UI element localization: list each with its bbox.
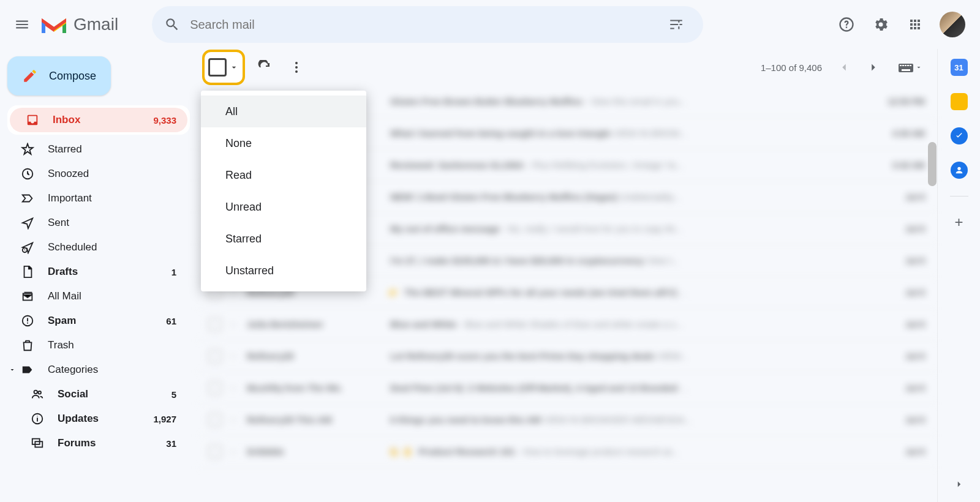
row-checkbox[interactable] (208, 350, 222, 363)
subject: NEW! 1-Bowl Gluten Free Blueberry Muffin… (388, 192, 870, 202)
gmail-logo[interactable]: Gmail (39, 12, 118, 37)
dropdown-item-starred[interactable]: Starred (201, 223, 366, 255)
svg-rect-15 (905, 65, 907, 66)
chevron-down-icon (9, 366, 16, 373)
sidebar-item-allmail[interactable]: All Mail (5, 284, 187, 309)
subject: Gluten Free Brown Butter Blueberry Muffi… (388, 96, 870, 107)
svg-point-5 (38, 391, 41, 394)
date: Jul 9 (870, 351, 925, 361)
support-button[interactable] (832, 10, 861, 39)
subject: What I learned from being caught in a lo… (388, 128, 870, 138)
dropdown-item-unread[interactable]: Unread (201, 191, 366, 223)
svg-rect-18 (902, 69, 910, 71)
subject: Reviewed: Sanlorenzo SL106A - Plus Refit… (388, 160, 870, 170)
sidebar-item-starred[interactable]: Starred (5, 137, 187, 162)
sidebar-item-scheduled[interactable]: Scheduled (5, 235, 187, 260)
input-tools-button[interactable] (898, 61, 922, 73)
search-bar[interactable] (152, 6, 703, 43)
email-row[interactable]: ☆ Dribbble 👋 🤚 Product Research 101 - Ho… (196, 436, 937, 468)
sidebar-item-social[interactable]: Social 5 (5, 382, 187, 406)
dropdown-item-none[interactable]: None (201, 127, 366, 159)
compose-button[interactable]: Compose (7, 56, 111, 96)
row-checkbox[interactable] (208, 381, 222, 395)
row-checkbox[interactable] (208, 445, 222, 459)
sidebar-item-forums[interactable]: Forums 31 (5, 431, 187, 455)
contacts-addon[interactable] (951, 162, 968, 179)
date: Jul 9 (870, 224, 925, 234)
important-icon (21, 192, 36, 205)
svg-point-9 (295, 62, 298, 64)
pagination-info: 1–100 of 9,406 (761, 62, 822, 73)
main-menu-button[interactable] (7, 10, 37, 39)
subject: I'm 27, I make $105,000 & I have $20,000… (388, 255, 870, 266)
subject: 👉 The BEST Mineral SPFs for all your nee… (388, 287, 870, 298)
select-all-dropdown[interactable] (202, 50, 245, 85)
date: Jul 9 (870, 320, 925, 329)
allmail-icon (21, 290, 36, 303)
settings-button[interactable] (866, 10, 895, 39)
dropdown-item-all[interactable]: All (201, 96, 366, 127)
email-row[interactable]: ☆ Julia Bertzheimer Blue and White - Blu… (196, 309, 937, 340)
sidebar-item-trash[interactable]: Trash (5, 333, 187, 358)
account-avatar[interactable] (940, 12, 965, 37)
forums-icon (31, 436, 45, 450)
row-checkbox[interactable] (208, 318, 222, 331)
compose-label: Compose (49, 70, 96, 83)
date: Jul 9 (870, 415, 925, 425)
newer-button[interactable] (832, 55, 856, 80)
trash-icon (21, 339, 36, 352)
star-icon (21, 143, 36, 156)
star-icon[interactable]: ☆ (229, 446, 237, 457)
calendar-addon[interactable]: 31 (951, 59, 968, 76)
svg-point-4 (34, 391, 38, 394)
search-input[interactable] (190, 18, 662, 32)
email-row[interactable]: ☆ Refinery29 Let Refinery29 score you th… (196, 340, 937, 372)
older-button[interactable] (861, 55, 886, 80)
row-checkbox[interactable] (208, 413, 222, 427)
date: Jul 9 (870, 288, 925, 298)
sender: Dribbble (247, 446, 388, 457)
sidebar-item-categories[interactable]: Categories (5, 358, 187, 382)
tasks-addon[interactable] (951, 127, 968, 144)
star-icon[interactable]: ☆ (229, 319, 237, 330)
subject: My out of office message - No, really, I… (388, 223, 870, 234)
subject: Blue and White - Blue and White Shades o… (388, 319, 870, 329)
info-icon (31, 412, 45, 425)
apps-button[interactable] (900, 10, 930, 39)
subject: 👋 🤚 Product Research 101 - How to levera… (388, 446, 870, 457)
divider (950, 196, 968, 197)
pencil-icon (22, 68, 38, 84)
dropdown-item-read[interactable]: Read (201, 159, 366, 191)
more-button[interactable] (284, 55, 309, 80)
scrollbar-thumb[interactable] (928, 142, 937, 186)
dropdown-item-unstarred[interactable]: Unstarred (201, 255, 366, 287)
sidebar-item-drafts[interactable]: Drafts 1 (5, 260, 187, 284)
search-options-button[interactable] (662, 10, 691, 39)
sidebar-item-important[interactable]: Important (5, 186, 187, 211)
tag-icon (21, 363, 36, 376)
date: Jul 9 (870, 192, 925, 202)
svg-point-11 (295, 70, 298, 73)
select-dropdown-menu: All None Read Unread Starred Unstarred (201, 91, 366, 291)
star-icon[interactable]: ☆ (229, 351, 237, 362)
dropdown-arrow-icon (229, 62, 239, 72)
sender: Julia Bertzheimer (247, 319, 388, 329)
select-checkbox[interactable] (208, 58, 227, 77)
sidebar-item-snoozed[interactable]: Snoozed (5, 162, 187, 186)
subject: 6 things you need to know this AM VIEW I… (388, 414, 870, 425)
keep-addon[interactable] (951, 93, 968, 110)
sidebar-item-inbox[interactable]: Inbox 9,333 (10, 108, 187, 132)
sidebar: Compose Inbox 9,333 Starred Snoozed Impo… (0, 49, 196, 502)
people-icon (31, 388, 45, 401)
sidebar-item-sent[interactable]: Sent (5, 211, 187, 235)
email-row[interactable]: ☆ Refinery29 This AM 6 things you need t… (196, 404, 937, 436)
star-icon[interactable]: ☆ (229, 414, 237, 425)
star-icon[interactable]: ☆ (229, 383, 237, 394)
clock-icon (21, 167, 36, 181)
email-row[interactable]: ☆ Mushfiq from The We. Deal Flow (Jul 6)… (196, 372, 937, 404)
sidebar-item-spam[interactable]: Spam 61 (5, 309, 187, 333)
sidebar-item-updates[interactable]: Updates 1,927 (5, 406, 187, 431)
hide-panel-button[interactable] (954, 479, 965, 490)
get-addons-button[interactable]: + (954, 214, 963, 231)
refresh-button[interactable] (252, 55, 277, 80)
